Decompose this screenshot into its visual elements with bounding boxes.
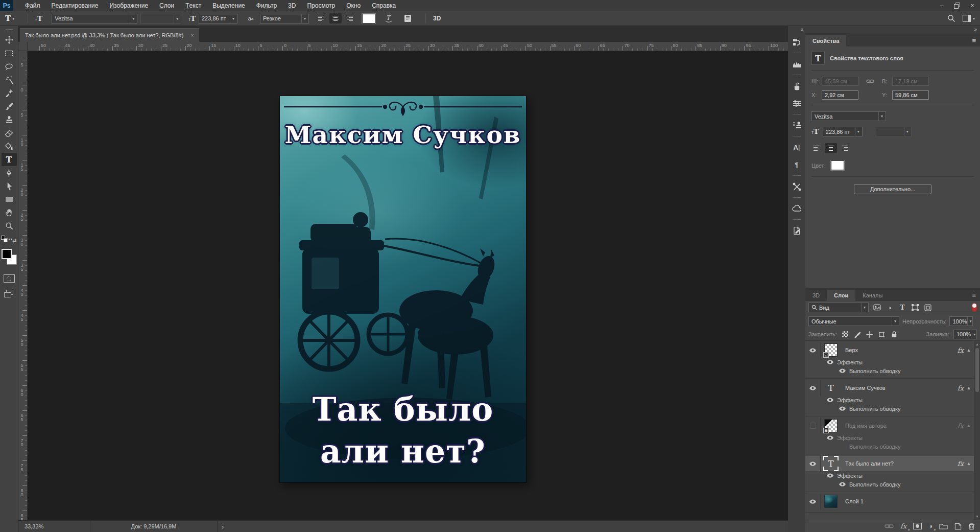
props-text-color-swatch[interactable] (831, 160, 844, 170)
layer-name[interactable]: Слой 1 (845, 498, 864, 504)
layer-name[interactable]: Верх (845, 347, 858, 353)
hand-tool[interactable] (2, 206, 17, 219)
props-align-right-button[interactable] (838, 143, 850, 153)
font-size-select[interactable]: 223,86 пт ▾ (199, 14, 237, 24)
history-panel-icon[interactable] (788, 33, 805, 51)
effect-visibility-toggle[interactable] (838, 482, 846, 487)
opacity-field[interactable]: 100% ▾ (949, 316, 973, 326)
toolbar-grip[interactable] (6, 29, 13, 31)
move-tool[interactable] (2, 33, 17, 47)
filter-type-layers-icon[interactable]: T (898, 304, 907, 312)
filter-adjustment-layers-icon[interactable]: ◑ (885, 304, 894, 312)
zoom-tool[interactable] (2, 219, 17, 233)
effects-row[interactable]: Эффекты (805, 433, 974, 442)
warp-text-icon[interactable]: T (383, 13, 395, 24)
menu-редактирование[interactable]: Редактирование (46, 0, 104, 11)
layer-filter-select[interactable]: Вид ▾ (808, 303, 869, 312)
filter-smart-objects-icon[interactable] (923, 304, 933, 312)
character-panel-icon[interactable]: A| (788, 138, 805, 156)
y-field[interactable]: 59,86 см (892, 90, 929, 100)
layer-name[interactable]: Максим Сучков (845, 385, 886, 391)
layer-row[interactable]: ▣Под имя автораfx▲ (805, 418, 974, 433)
layer-row[interactable]: TТак было али нет?fx▲ (805, 456, 974, 471)
fx-badge[interactable]: fx (958, 346, 964, 354)
tool-preset-picker[interactable]: T ▾ (3, 13, 16, 24)
brushes-panel-icon[interactable] (788, 77, 805, 95)
collapse-panels-icon[interactable]: » (805, 26, 980, 33)
lock-position-icon[interactable] (866, 331, 874, 338)
effect-item-row[interactable]: Выполнить обводку (805, 404, 974, 413)
new-layer-icon[interactable] (954, 523, 962, 530)
new-group-icon[interactable] (939, 523, 948, 529)
brush-settings-panel-icon[interactable] (788, 95, 805, 112)
zoom-level-field[interactable]: 33,33% (25, 523, 60, 529)
clone-stamp-tool[interactable] (2, 113, 17, 126)
layer-thumbnail[interactable]: ◱ (824, 343, 838, 357)
text-layer-thumbnail[interactable]: T (824, 381, 838, 395)
effect-visibility-toggle[interactable] (838, 406, 846, 411)
lock-all-icon[interactable] (890, 331, 898, 338)
align-right-button[interactable] (343, 13, 355, 24)
filter-on-off-toggle[interactable] (972, 303, 977, 312)
layer-name[interactable]: Под имя автора (845, 423, 887, 429)
layers-scrollbar[interactable]: ▴ ▾ (974, 341, 980, 520)
align-left-button[interactable] (316, 13, 328, 24)
link-dimensions-icon[interactable] (858, 79, 882, 84)
foreground-color-swatch[interactable] (2, 249, 12, 259)
layer-name[interactable]: Так было али нет? (845, 460, 894, 467)
document-tab[interactable]: Так было али нет.psd @ 33,3% ( Так было … (20, 28, 199, 42)
panel-menu-icon[interactable]: ≡ (968, 35, 980, 47)
effect-item-row[interactable]: Выполнить обводку (805, 366, 974, 375)
props-font-size-select[interactable]: 223,86 пт ▾ (823, 127, 863, 136)
paragraph-panel-icon[interactable]: ¶ (788, 156, 805, 173)
layers-panel-menu-icon[interactable]: ≡ (968, 289, 980, 301)
layer-row[interactable]: Слой 1 (805, 494, 974, 509)
path-select-tool[interactable] (2, 179, 17, 193)
font-family-select[interactable]: Vezitsa ▾ (52, 14, 137, 24)
screen-mode-button[interactable] (4, 290, 14, 298)
layer-visibility-toggle[interactable] (805, 494, 821, 509)
toggle-panels-icon[interactable] (402, 13, 414, 24)
blend-mode-select[interactable]: Обычные ▾ (808, 316, 899, 326)
minimize-button[interactable]: – (934, 0, 949, 11)
props-align-left-button[interactable] (811, 143, 824, 153)
eraser-tool[interactable] (2, 126, 17, 140)
collapse-effects-icon[interactable]: ▲ (964, 461, 974, 466)
menu-файл[interactable]: Файл (19, 0, 46, 11)
restore-button[interactable] (949, 0, 965, 11)
layer-visibility-toggle[interactable] (805, 342, 821, 358)
lock-artboard-icon[interactable] (878, 331, 886, 338)
filter-pixel-layers-icon[interactable] (872, 304, 881, 312)
layer-visibility-toggle[interactable] (805, 380, 821, 396)
image-layer-thumbnail[interactable] (824, 495, 838, 508)
pen-tool[interactable] (2, 166, 17, 179)
effects-row[interactable]: Эффекты (805, 396, 974, 404)
libraries-panel-icon[interactable] (788, 222, 805, 239)
advanced-button[interactable]: Дополнительно... (854, 184, 931, 194)
rectangle-tool[interactable] (2, 193, 17, 206)
anti-alias-select[interactable]: Резкое ▾ (260, 14, 309, 24)
swap-colors-icon[interactable]: ⇄ (12, 238, 16, 243)
delete-layer-icon[interactable] (968, 523, 975, 530)
clone-source-panel-icon[interactable] (788, 117, 805, 134)
menu-окно[interactable]: Окно (341, 0, 366, 11)
tool-presets-panel-icon[interactable] (788, 178, 805, 195)
quick-mask-button[interactable] (4, 274, 15, 283)
menu-3d[interactable]: 3D (282, 0, 301, 11)
collapse-effects-icon[interactable]: ▲ (964, 385, 974, 390)
effects-visibility-toggle[interactable] (826, 398, 834, 402)
layer-thumbnail[interactable]: ▣ (824, 419, 838, 432)
histogram-panel-icon[interactable] (788, 55, 805, 73)
props-font-family-select[interactable]: Vezitsa ▾ (811, 111, 886, 121)
menu-изображение[interactable]: Изображение (104, 0, 154, 11)
menu-фильтр[interactable]: Фильтр (251, 0, 282, 11)
lock-transparency-icon[interactable] (841, 331, 849, 338)
menu-слои[interactable]: Слои (154, 0, 180, 11)
brush-tool[interactable] (2, 100, 17, 113)
x-field[interactable]: 2,92 см (822, 90, 858, 100)
fill-field[interactable]: 100% ▾ (953, 330, 977, 339)
close-button[interactable]: × (965, 0, 980, 11)
type-tool[interactable]: T (2, 153, 17, 166)
eyedropper-tool[interactable] (2, 86, 17, 100)
layer-visibility-toggle[interactable] (805, 456, 821, 471)
